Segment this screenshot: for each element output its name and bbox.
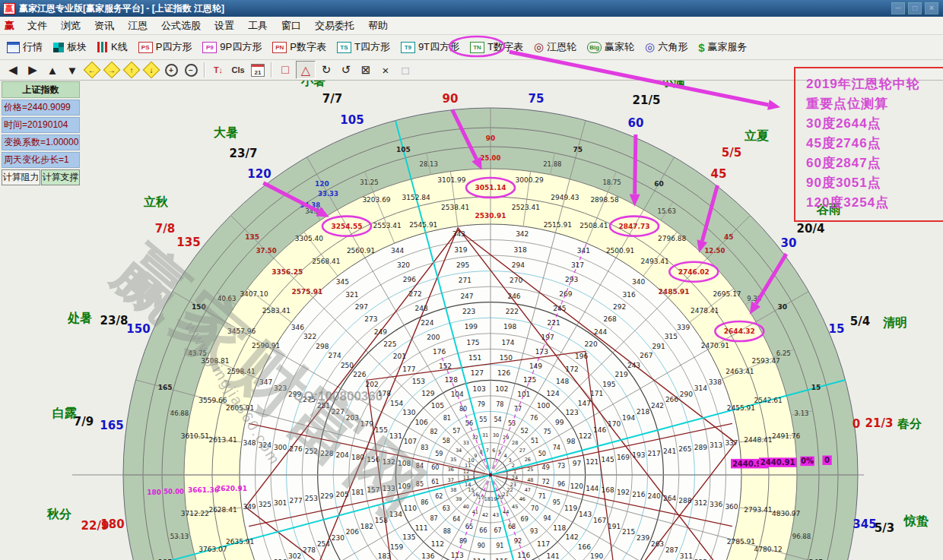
spiral-number: 28: [512, 440, 518, 446]
spiral-number: 8: [480, 449, 483, 455]
tool-T四方形[interactable]: TST四方形: [332, 37, 395, 57]
spiral-number: 13: [463, 475, 469, 481]
spiral-number: 147: [578, 400, 591, 407]
inner-price-value: 2463.41: [726, 368, 754, 375]
close-button[interactable]: ×: [925, 2, 938, 14]
spiral-number: 171: [590, 390, 603, 397]
menu-item-帮助[interactable]: 帮助: [361, 17, 395, 34]
spiral-number: 149: [529, 362, 542, 370]
spiral-number: 117: [537, 540, 550, 548]
outer-price-value: 3152.84: [402, 194, 430, 201]
page-left-button[interactable]: ◀: [4, 62, 22, 78]
calc-resistance-button[interactable]: 计算阻力: [2, 169, 40, 185]
spiral-number: 245: [553, 305, 566, 312]
degree-ring-value: 180: [147, 489, 161, 496]
menu-item-文件[interactable]: 文件: [21, 17, 54, 34]
triangle-tool-button[interactable]: △: [296, 61, 316, 79]
maximize-button[interactable]: □: [908, 2, 922, 14]
tool-六角形[interactable]: ◎六角形: [640, 37, 693, 57]
date-label: 5/3: [875, 521, 894, 535]
inner-price-value: 2493.41: [641, 258, 669, 265]
solar-term-label: 处暑: [67, 311, 92, 325]
spiral-number: 40: [463, 504, 469, 510]
spiral-number: 96: [557, 481, 565, 488]
spiral-number: 288: [678, 497, 691, 505]
spiral-number: 69: [521, 516, 529, 523]
spiral-number: 99: [555, 419, 564, 426]
spiral-number: 215: [622, 528, 635, 536]
rotate-ccw-button[interactable]: ↺: [337, 62, 355, 78]
tool-P数字表[interactable]: PNP数字表: [267, 37, 332, 57]
move-left-button[interactable]: ←: [83, 62, 101, 78]
date-label: 5/5: [722, 146, 741, 160]
menu-item-江恩[interactable]: 江恩: [121, 17, 154, 34]
tool-赢家服务[interactable]: $赢家服务: [693, 37, 752, 57]
cls-button[interactable]: Cls: [229, 62, 247, 78]
inner-price-value: 2485.91: [659, 288, 690, 296]
calendar-button[interactable]: 21: [249, 62, 267, 78]
tool-9T四方形[interactable]: T99T四方形: [395, 37, 465, 57]
badge-icon: TN: [470, 42, 484, 53]
calc-support-button[interactable]: 计算支撑: [41, 169, 80, 185]
annotation-line: 90度3051点: [806, 173, 943, 193]
rotate-view-down-button[interactable]: ▼: [63, 62, 81, 78]
spiral-number: 34: [456, 448, 462, 454]
spiral-number: 33: [463, 440, 469, 446]
sort-button[interactable]: T↓: [209, 62, 227, 78]
rotate-cw-button[interactable]: ↻: [317, 62, 335, 78]
page-right-button[interactable]: ▶: [24, 62, 42, 78]
spiral-number: 112: [431, 540, 444, 548]
spiral-number: 32: [472, 435, 478, 441]
spiral-number: 36: [448, 467, 454, 473]
date-label: 23/7: [230, 147, 258, 160]
move-right-button[interactable]: →: [103, 62, 121, 78]
solar-term-label: 立秋: [143, 195, 169, 209]
spiral-number: 277: [289, 497, 302, 505]
menu-item-交易委托[interactable]: 交易委托: [308, 17, 361, 34]
tool-江恩轮[interactable]: ◎江恩轮: [529, 37, 582, 57]
spiral-number: 44: [503, 509, 509, 515]
spiral-number: 296: [403, 276, 416, 283]
zoom-in-button[interactable]: +: [162, 62, 180, 78]
tool-板块[interactable]: 板块: [48, 37, 92, 57]
spiral-number: 316: [623, 291, 636, 299]
move-down-button[interactable]: ↓: [142, 62, 160, 78]
spiral-number: 166: [578, 543, 591, 551]
zoom-out-button[interactable]: −: [182, 62, 200, 78]
annotation-line: 重要点位测算: [806, 94, 943, 114]
quote-info-panel: 上证指数 价格=2440.9099时间=20190104变换系数=1.00000…: [2, 81, 80, 185]
degree-label: 30: [781, 236, 797, 250]
window-title: 赢家江恩专业版[赢家服务平台] - [上证指数 江恩轮]: [19, 2, 224, 15]
rotate-view-up-button[interactable]: ▲: [43, 62, 62, 78]
percent-value: 34.38: [300, 201, 320, 209]
spiral-number: 266: [665, 396, 678, 403]
spiral-number: 218: [637, 408, 649, 416]
move-up-button[interactable]: ↑: [122, 62, 141, 78]
degree-ring-value: 105: [396, 146, 411, 153]
tool-K线[interactable]: K线: [92, 37, 133, 57]
spiral-number: 293: [565, 276, 578, 283]
menu-item-窗口[interactable]: 窗口: [275, 17, 308, 34]
spiral-number: 340: [632, 278, 645, 286]
spiral-number: 318: [513, 246, 526, 254]
tool-P四方形[interactable]: PSP四方形: [133, 37, 198, 57]
tool-赢家轮[interactable]: Big赢家轮: [582, 37, 640, 57]
inner-price-value: 2575.91: [291, 288, 322, 296]
menu-item-设置[interactable]: 设置: [208, 17, 241, 34]
tool-9P四方形[interactable]: P99P四方形: [197, 37, 267, 57]
tool-行情[interactable]: 行情: [2, 37, 48, 57]
rect-tool-button[interactable]: □: [276, 62, 294, 78]
menu-item-工具[interactable]: 工具: [241, 17, 275, 34]
menu-item-公式选股[interactable]: 公式选股: [154, 17, 208, 34]
info-row: 周天变化步长=1: [2, 152, 80, 168]
spiral-number: 170: [608, 420, 621, 428]
blocks-icon: [53, 43, 64, 52]
marquee-button[interactable]: ⊠: [357, 62, 375, 78]
spiral-number: 62: [435, 493, 443, 500]
menu-item-资讯[interactable]: 资讯: [87, 17, 121, 34]
board-button[interactable]: □: [396, 62, 414, 78]
minimize-button[interactable]: ─: [891, 2, 905, 14]
collapse-button[interactable]: ×: [376, 62, 395, 78]
tool-T数字表[interactable]: TNT数字表: [465, 37, 529, 57]
menu-item-浏览[interactable]: 浏览: [54, 17, 87, 34]
